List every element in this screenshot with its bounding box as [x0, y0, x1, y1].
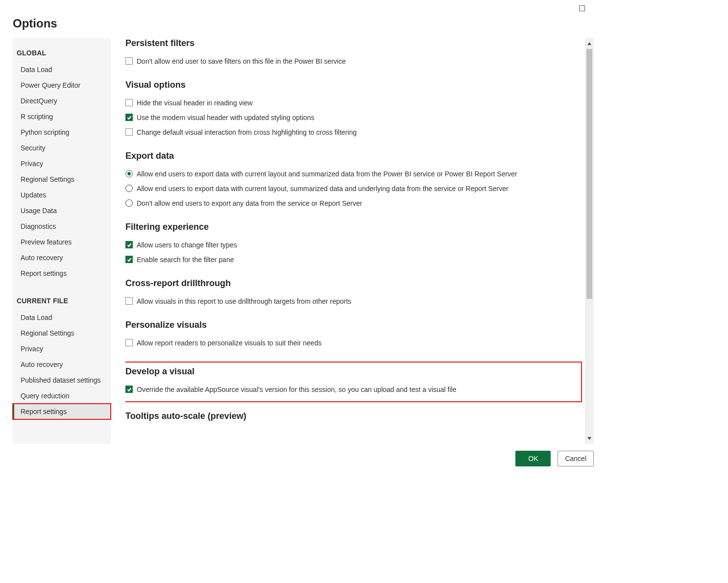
sidebar-item-usage-data[interactable]: Usage Data [13, 203, 111, 219]
option-label: Don't allow end user to save filters on … [137, 56, 346, 66]
option-change-default-interaction[interactable]: Change default visual interaction from c… [125, 125, 582, 140]
checkbox-icon [125, 386, 133, 393]
window-close-button[interactable] [593, 3, 603, 13]
option-export-summarized[interactable]: Allow end users to export data with curr… [125, 167, 582, 182]
svg-line-1 [593, 4, 602, 12]
checkbox-icon [125, 241, 133, 248]
ok-button[interactable]: OK [515, 451, 551, 466]
scroll-thumb[interactable] [586, 49, 592, 299]
sidebar-item-cf-data-load[interactable]: Data Load [13, 310, 111, 325]
dialog-footer: OK Cancel [13, 444, 594, 466]
content-pane: Persistent filters Don't allow end user … [125, 38, 594, 444]
scroll-down-button[interactable] [585, 433, 594, 444]
option-dont-allow-save-filters[interactable]: Don't allow end user to save filters on … [125, 54, 582, 69]
sidebar-item-auto-recovery[interactable]: Auto recovery [13, 250, 111, 266]
checkbox-icon [125, 57, 133, 65]
option-label: Use the modern visual header with update… [137, 113, 315, 122]
option-export-none[interactable]: Don't allow end users to export any data… [125, 196, 582, 211]
section-cross-report-drillthrough: Cross-report drillthrough Allow visuals … [125, 278, 582, 309]
svg-marker-2 [587, 42, 591, 45]
checkbox-icon [125, 339, 133, 346]
section-title: Filtering experience [125, 222, 582, 232]
scrollbar-vertical[interactable] [585, 38, 594, 444]
sidebar-nav: GLOBAL Data Load Power Query Editor Dire… [13, 38, 111, 444]
sidebar-item-diagnostics[interactable]: Diagnostics [13, 219, 111, 234]
section-title: Tooltips auto-scale (preview) [125, 411, 582, 421]
option-label: Allow end users to export data with curr… [137, 169, 517, 179]
checkbox-icon [125, 297, 133, 305]
window-maximize-button[interactable] [577, 3, 587, 13]
sidebar-group-global: GLOBAL [13, 46, 111, 62]
option-label: Override the available AppSource visual'… [137, 385, 456, 394]
sidebar-item-cf-query-reduction[interactable]: Query reduction [13, 388, 111, 404]
sidebar-item-cf-published-dataset-settings[interactable]: Published dataset settings [13, 372, 111, 388]
section-title: Export data [125, 151, 582, 161]
section-filtering-experience: Filtering experience Allow users to chan… [125, 222, 582, 267]
sidebar-item-data-load[interactable]: Data Load [13, 62, 111, 77]
option-label: Enable search for the filter pane [137, 255, 234, 265]
checkbox-icon [125, 114, 133, 121]
sidebar-item-updates[interactable]: Updates [13, 187, 111, 203]
sidebar-item-preview-features[interactable]: Preview features [13, 234, 111, 250]
radio-icon [125, 199, 133, 207]
section-title: Personalize visuals [125, 320, 582, 330]
section-title: Visual options [125, 80, 582, 90]
radio-icon [125, 170, 133, 177]
checkbox-icon [125, 128, 133, 136]
section-develop-visual-highlighted: Develop a visual Override the available … [125, 362, 582, 402]
option-label: Hide the visual header in reading view [137, 98, 253, 108]
section-tooltips-auto-scale: Tooltips auto-scale (preview) [125, 411, 582, 421]
option-label: Allow visuals in this report to use dril… [137, 296, 351, 306]
option-modern-visual-header[interactable]: Use the modern visual header with update… [125, 111, 582, 125]
sidebar-group-current-file: CURRENT FILE [13, 294, 111, 310]
option-label: Allow end users to export data with curr… [137, 184, 509, 194]
sidebar-item-cf-privacy[interactable]: Privacy [13, 341, 111, 357]
option-hide-visual-header[interactable]: Hide the visual header in reading view [125, 96, 582, 111]
section-personalize-visuals: Personalize visuals Allow report readers… [125, 320, 582, 351]
option-label: Allow users to change filter types [137, 240, 237, 250]
sidebar-item-python-scripting[interactable]: Python scripting [13, 124, 111, 140]
sidebar-item-directquery[interactable]: DirectQuery [13, 93, 111, 109]
section-title: Develop a visual [125, 366, 575, 377]
sidebar-item-privacy[interactable]: Privacy [13, 156, 111, 171]
radio-icon [125, 185, 133, 192]
sidebar-item-regional-settings[interactable]: Regional Settings [13, 171, 111, 187]
section-persistent-filters: Persistent filters Don't allow end user … [125, 38, 582, 69]
section-title: Cross-report drillthrough [125, 278, 582, 289]
sidebar-item-cf-report-settings[interactable]: Report settings [13, 404, 111, 419]
option-label: Allow report readers to personalize visu… [137, 338, 321, 348]
section-title: Persistent filters [125, 38, 582, 49]
chevron-up-icon [587, 41, 592, 46]
chevron-down-icon [587, 436, 592, 441]
sidebar-item-report-settings-global[interactable]: Report settings [13, 266, 111, 281]
section-export-data: Export data Allow end users to export da… [125, 151, 582, 211]
option-allow-cross-report-drillthrough[interactable]: Allow visuals in this report to use dril… [125, 294, 582, 309]
sidebar-item-cf-regional-settings[interactable]: Regional Settings [13, 325, 111, 341]
option-enable-filter-search[interactable]: Enable search for the filter pane [125, 253, 582, 267]
option-override-appsource-visual[interactable]: Override the available AppSource visual'… [125, 383, 575, 397]
option-export-underlying[interactable]: Allow end users to export data with curr… [125, 182, 582, 196]
scroll-up-button[interactable] [585, 38, 594, 49]
maximize-icon [579, 5, 585, 11]
dialog-title: Options [13, 17, 594, 30]
checkbox-icon [125, 256, 133, 263]
option-label: Don't allow end users to export any data… [137, 198, 362, 208]
option-label: Change default visual interaction from c… [137, 127, 357, 137]
scroll-track[interactable] [585, 49, 594, 433]
cancel-button[interactable]: Cancel [558, 451, 594, 466]
option-allow-change-filter-types[interactable]: Allow users to change filter types [125, 238, 582, 253]
option-allow-personalize-visuals[interactable]: Allow report readers to personalize visu… [125, 336, 582, 351]
checkbox-icon [125, 99, 133, 106]
svg-marker-3 [587, 437, 591, 440]
close-icon [593, 3, 603, 13]
sidebar-item-security[interactable]: Security [13, 140, 111, 156]
sidebar-item-r-scripting[interactable]: R scripting [13, 109, 111, 124]
sidebar-item-power-query-editor[interactable]: Power Query Editor [13, 77, 111, 93]
sidebar-item-cf-auto-recovery[interactable]: Auto recovery [13, 357, 111, 372]
section-visual-options: Visual options Hide the visual header in… [125, 80, 582, 140]
